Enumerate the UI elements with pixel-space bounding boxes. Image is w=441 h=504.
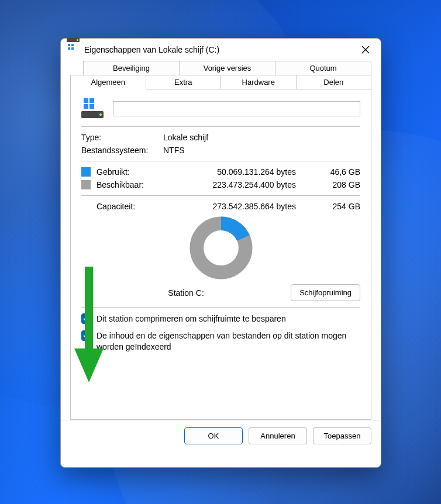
used-human: 46,6 GB — [319, 167, 360, 177]
used-bytes: 50.069.131.264 bytes — [161, 167, 313, 177]
compress-checkbox[interactable] — [81, 313, 92, 324]
dialog-button-bar: OK Annuleren Toepassen — [61, 420, 381, 451]
capacity-label: Capaciteit: — [97, 202, 155, 211]
close-icon — [361, 46, 370, 54]
tab-security[interactable]: Beveiliging — [83, 61, 180, 75]
free-swatch-icon — [81, 180, 91, 189]
tab-row-back: Beveiliging Vorige versies Quotum — [83, 61, 371, 75]
tab-general[interactable]: Algemeen — [70, 75, 146, 89]
free-label: Beschikbaar: — [97, 180, 155, 189]
usage-pie-chart — [189, 216, 253, 280]
drive-label-input[interactable] — [113, 101, 360, 116]
capacity-human: 254 GB — [319, 202, 360, 211]
type-label: Type: — [81, 133, 163, 142]
used-swatch-icon — [81, 167, 91, 177]
divider — [81, 161, 360, 161]
tab-panel-general: Type: Lokale schijf Bestandssysteem: NTF… — [70, 89, 371, 420]
apply-button[interactable]: Toepassen — [313, 427, 371, 444]
tab-row-front: Algemeen Extra Hardware Delen — [70, 75, 371, 89]
properties-dialog: Eigenschappen van Lokale schijf (C:) Bev… — [60, 38, 381, 468]
capacity-bytes: 273.542.385.664 bytes — [161, 202, 313, 211]
divider — [81, 126, 360, 127]
type-value: Lokale schijf — [163, 133, 208, 142]
tab-hardware[interactable]: Hardware — [221, 75, 297, 89]
cancel-button[interactable]: Annuleren — [249, 427, 307, 444]
used-label: Gebruikt: — [97, 167, 155, 177]
divider — [81, 195, 360, 196]
free-human: 208 GB — [319, 180, 360, 189]
tab-previous[interactable]: Vorige versies — [180, 61, 275, 75]
titlebar: Eigenschappen van Lokale schijf (C:) — [61, 39, 381, 61]
tab-sharing[interactable]: Delen — [297, 75, 372, 89]
station-label: Station C: — [81, 288, 291, 298]
tabs-area: Beveiliging Vorige versies Quotum Algeme… — [61, 61, 381, 420]
index-checkbox-label: De inhoud en de eigenschappen van bestan… — [97, 330, 360, 353]
filesystem-label: Bestandssysteem: — [81, 146, 163, 155]
tab-tools[interactable]: Extra — [146, 75, 222, 89]
tab-quota[interactable]: Quotum — [275, 61, 371, 75]
index-checkbox[interactable] — [81, 330, 92, 341]
svg-point-2 — [205, 232, 237, 264]
divider — [81, 307, 360, 308]
window-icon — [67, 43, 80, 56]
drive-icon-large — [81, 97, 105, 120]
ok-button[interactable]: OK — [184, 427, 243, 444]
filesystem-value: NTFS — [163, 146, 185, 155]
disk-cleanup-button[interactable]: Schijfopruiming — [291, 284, 360, 301]
free-bytes: 223.473.254.400 bytes — [161, 180, 313, 189]
close-button[interactable] — [357, 42, 374, 58]
compress-checkbox-label: Dit station comprimeren om schijfruimte … — [97, 313, 286, 325]
window-title: Eigenschappen van Lokale schijf (C:) — [84, 45, 219, 54]
